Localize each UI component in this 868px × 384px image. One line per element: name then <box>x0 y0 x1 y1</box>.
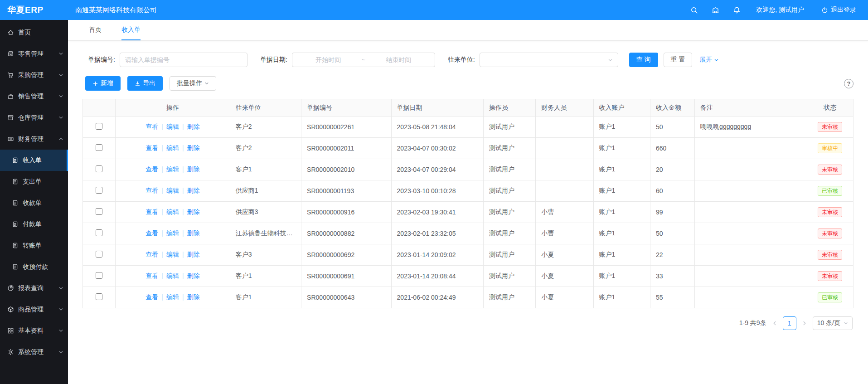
sidebar-subitem-prepayment[interactable]: 收预付款 <box>0 256 68 277</box>
sidebar-item-system[interactable]: 系统管理 <box>0 341 68 363</box>
sidebar: 首页零售管理采购管理销售管理仓库管理财务管理收入单支出单收款单付款单转账单收预付… <box>0 20 68 384</box>
cell-status: 未审核 <box>807 117 853 138</box>
row-action-delete[interactable]: 删除 <box>187 187 200 194</box>
sidebar-subitem-expense-bill[interactable]: 支出单 <box>0 171 68 192</box>
sidebar-subitem-income-bill[interactable]: 收入单 <box>0 150 68 171</box>
row-action-edit[interactable]: 编辑 <box>166 123 179 130</box>
cell-remark <box>695 223 807 244</box>
prev-page-button[interactable] <box>772 321 777 326</box>
row-action-delete[interactable]: 删除 <box>187 123 200 130</box>
row-checkbox[interactable] <box>96 293 102 300</box>
export-button[interactable]: 导出 <box>127 76 163 91</box>
select-all-header-cell <box>83 99 116 117</box>
cell-operator: 测试用户 <box>484 287 536 308</box>
row-checkbox[interactable] <box>96 123 102 130</box>
cell-operator: 测试用户 <box>484 138 536 159</box>
finance-icon <box>7 136 15 142</box>
cell-status: 审核中 <box>807 138 853 159</box>
row-action-delete[interactable]: 删除 <box>187 272 200 279</box>
sidebar-item-finance[interactable]: 财务管理 <box>0 128 68 150</box>
row-checkbox[interactable] <box>96 272 102 279</box>
batch-operations-button[interactable]: 批量操作 <box>170 76 216 91</box>
sidebar-item-goods[interactable]: 商品管理 <box>0 299 68 320</box>
row-action-delete[interactable]: 删除 <box>187 293 200 301</box>
welcome-text: 欢迎您, 测试用户 <box>756 6 804 14</box>
reset-button[interactable]: 重 置 <box>664 53 693 67</box>
row-action-view[interactable]: 查看 <box>145 293 158 301</box>
row-checkbox[interactable] <box>96 165 102 172</box>
search-icon[interactable] <box>690 6 698 14</box>
cell-status: 未审核 <box>807 223 853 244</box>
tab-home[interactable]: 首页 <box>89 20 102 40</box>
add-button[interactable]: 新增 <box>85 76 121 91</box>
bell-icon[interactable] <box>733 6 741 14</box>
sidebar-item-label: 系统管理 <box>18 348 58 356</box>
sidebar-subitem-transfer-bill[interactable]: 转账单 <box>0 235 68 256</box>
row-action-edit[interactable]: 编辑 <box>166 251 179 258</box>
sidebar-item-home[interactable]: 首页 <box>0 22 68 43</box>
sidebar-item-reports[interactable]: 报表查询 <box>0 277 68 299</box>
row-checkbox[interactable] <box>96 229 102 236</box>
sidebar-item-basic-data[interactable]: 基本资料 <box>0 320 68 341</box>
row-checkbox-cell <box>83 180 116 202</box>
current-page-button[interactable]: 1 <box>783 316 796 330</box>
row-action-view[interactable]: 查看 <box>145 272 158 279</box>
row-action-edit[interactable]: 编辑 <box>166 208 179 215</box>
row-checkbox[interactable] <box>96 251 102 258</box>
building-icon[interactable] <box>712 6 719 14</box>
page-size-select[interactable]: 10 条/页 <box>813 316 853 330</box>
row-action-delete[interactable]: 删除 <box>187 165 200 173</box>
row-action-view[interactable]: 查看 <box>145 144 158 151</box>
row-action-view[interactable]: 查看 <box>145 208 158 215</box>
sidebar-item-warehouse[interactable]: 仓库管理 <box>0 107 68 128</box>
row-action-view[interactable]: 查看 <box>145 251 158 258</box>
logout-button[interactable]: 退出登录 <box>821 6 856 14</box>
date-range-picker[interactable]: ~ <box>292 53 435 67</box>
row-action-edit[interactable]: 编辑 <box>166 229 179 237</box>
chevron-down-icon <box>58 350 63 355</box>
cell-partner: 江苏德鲁生物科技有限... <box>230 223 301 244</box>
row-checkbox[interactable] <box>96 144 102 151</box>
expand-toggle[interactable]: 展开 <box>699 56 719 64</box>
sidebar-subitem-payment-bill[interactable]: 付款单 <box>0 214 68 235</box>
row-action-view[interactable]: 查看 <box>145 123 158 130</box>
bill-no-input[interactable] <box>120 53 247 67</box>
cell-account: 账户1 <box>593 266 650 287</box>
cell-finance-person: 小夏 <box>536 244 593 266</box>
row-action-edit[interactable]: 编辑 <box>166 187 179 194</box>
sidebar-subitem-label: 收入单 <box>23 156 63 165</box>
cell-amount: 33 <box>650 266 694 287</box>
sidebar-subitem-receipt-bill[interactable]: 收款单 <box>0 192 68 214</box>
row-action-delete[interactable]: 删除 <box>187 229 200 237</box>
row-action-delete[interactable]: 删除 <box>187 208 200 215</box>
action-separator: | <box>161 251 163 258</box>
next-page-button[interactable] <box>802 321 807 326</box>
chevron-down-icon <box>58 115 63 120</box>
row-action-delete[interactable]: 删除 <box>187 144 200 151</box>
row-action-view[interactable]: 查看 <box>145 229 158 237</box>
table-row: 查看|编辑|删除供应商3SR000000009162023-02-03 19:3… <box>83 202 853 223</box>
tab-income-bill[interactable]: 收入单 <box>121 20 141 40</box>
toolbar: 新增 导出 批量操作 ? <box>68 67 868 91</box>
row-action-view[interactable]: 查看 <box>145 187 158 194</box>
sidebar-item-retail[interactable]: 零售管理 <box>0 43 68 64</box>
row-action-view[interactable]: 查看 <box>145 165 158 173</box>
row-action-edit[interactable]: 编辑 <box>166 144 179 151</box>
sidebar-item-purchase[interactable]: 采购管理 <box>0 64 68 86</box>
date-end-input[interactable] <box>367 56 430 63</box>
row-checkbox[interactable] <box>96 187 102 194</box>
row-action-delete[interactable]: 删除 <box>187 251 200 258</box>
row-action-edit[interactable]: 编辑 <box>166 293 179 301</box>
table-row: 查看|编辑|删除客户1SR000000020102023-04-07 00:29… <box>83 159 853 180</box>
search-button[interactable]: 查 询 <box>629 53 658 67</box>
row-action-edit[interactable]: 编辑 <box>166 165 179 173</box>
batch-label: 批量操作 <box>177 79 202 87</box>
row-action-edit[interactable]: 编辑 <box>166 272 179 279</box>
row-checkbox[interactable] <box>96 208 102 215</box>
status-badge: 未审核 <box>818 122 842 132</box>
cell-remark <box>695 159 807 180</box>
partner-select[interactable] <box>480 53 618 67</box>
date-start-input[interactable] <box>297 56 360 63</box>
sidebar-item-sales[interactable]: 销售管理 <box>0 86 68 107</box>
help-icon[interactable]: ? <box>844 79 853 88</box>
